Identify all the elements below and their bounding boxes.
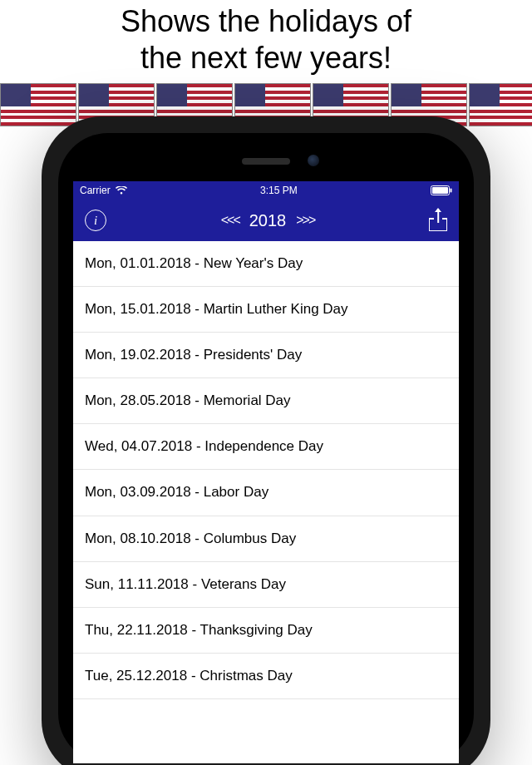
carrier-label: Carrier [80,185,111,196]
list-item[interactable]: Tue, 25.12.2018 - Christmas Day [73,654,459,699]
holiday-list[interactable]: Mon, 01.01.2018 - New Year's DayMon, 15.… [73,241,459,699]
list-item[interactable]: Sun, 11.11.2018 - Veterans Day [73,562,459,608]
status-bar: Carrier 3:15 PM [73,181,459,200]
device-speaker [242,158,290,165]
list-item[interactable]: Wed, 04.07.2018 - Independence Day [73,424,459,470]
list-item[interactable]: Mon, 28.05.2018 - Memorial Day [73,378,459,424]
marketing-headline: Shows the holidays of the next few years… [0,0,532,83]
device-frame: Carrier 3:15 PM i <<< [42,116,490,765]
list-item[interactable]: Mon, 01.01.2018 - New Year's Day [73,241,459,287]
headline-line-1: Shows the holidays of [121,4,411,38]
nav-bar: i <<< 2018 >>> [73,200,459,241]
info-button[interactable]: i [85,210,106,231]
headline-line-2: the next few years! [140,41,392,75]
status-time: 3:15 PM [260,185,298,196]
battery-icon [431,185,452,195]
list-item[interactable]: Mon, 15.01.2018 - Martin Luther King Day [73,287,459,333]
prev-year-button[interactable]: <<< [221,213,239,228]
list-item[interactable]: Mon, 08.10.2018 - Columbus Day [73,516,459,562]
next-year-button[interactable]: >>> [296,213,314,228]
svg-rect-2 [451,189,452,193]
svg-rect-1 [432,187,448,194]
list-item[interactable]: Mon, 19.02.2018 - Presidents' Day [73,333,459,378]
device-camera [308,155,319,166]
app-screen: Carrier 3:15 PM i <<< [73,181,459,763]
wifi-icon [116,186,127,195]
year-label: 2018 [249,211,287,230]
list-item[interactable]: Mon, 03.09.2018 - Labor Day [73,470,459,516]
share-button[interactable] [429,210,447,231]
list-item[interactable]: Thu, 22.11.2018 - Thanksgiving Day [73,608,459,654]
